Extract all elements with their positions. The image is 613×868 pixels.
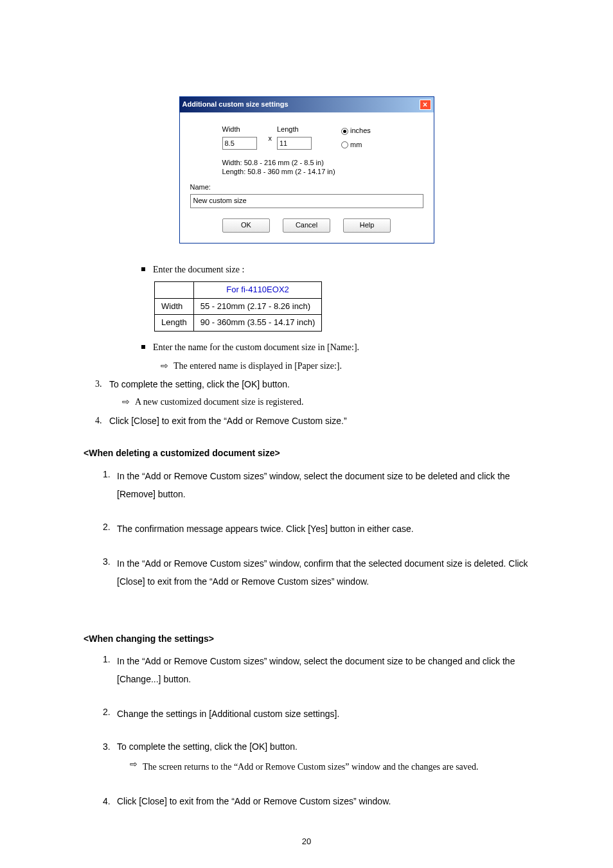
length-label: Length xyxy=(277,124,312,136)
table-row-label: Length xyxy=(155,315,194,332)
step-3-result-text: A new customized document size is regist… xyxy=(135,395,529,409)
unit-radios: inches mm xyxy=(341,125,371,153)
square-bullet-icon xyxy=(141,345,145,349)
change-step-3-result-text: The screen returns to the “Add or Remove… xyxy=(143,757,529,777)
step-number: 2. xyxy=(103,705,117,723)
dialog-body: Width 8.5 x Length 11 inches mm Width: 5… xyxy=(180,112,434,243)
range-length: Length: 50.8 - 360 mm (2 - 14.17 in) xyxy=(222,167,423,176)
radio-inches[interactable]: inches xyxy=(341,125,371,137)
ok-button[interactable]: OK xyxy=(222,218,270,233)
change-step-3-text: To complete the setting, click the [OK] … xyxy=(117,740,529,754)
body-content: Enter the document size : For fi-4110EOX… xyxy=(84,263,529,808)
cancel-button[interactable]: Cancel xyxy=(283,218,330,233)
table-empty-cell xyxy=(155,281,194,298)
range-width: Width: 50.8 - 216 mm (2 - 8.5 in) xyxy=(222,158,423,167)
change-step-2-text: Change the settings in [Additional custo… xyxy=(117,705,529,723)
arrow-name-result-text: The entered name is displayed in [Paper … xyxy=(173,359,529,373)
width-label: Width xyxy=(222,124,257,136)
step-3-result: ⇨ A new customized document size is regi… xyxy=(122,395,529,409)
delete-step-1: 1. In the “Add or Remove Custom sizes” w… xyxy=(103,467,529,503)
table-row: Width 55 - 210mm (2.17 - 8.26 inch) xyxy=(155,298,322,315)
change-step-2: 2. Change the settings in [Additional cu… xyxy=(103,705,529,723)
arrow-name-result: ⇨ The entered name is displayed in [Pape… xyxy=(161,359,529,373)
table-row: Length 90 - 360mm (3.55 - 14.17 inch) xyxy=(155,315,322,332)
name-input[interactable]: New custom size xyxy=(190,194,423,208)
dialog-screenshot: Additional custom size settings × Width … xyxy=(84,96,529,244)
help-button[interactable]: Help xyxy=(343,218,391,233)
close-icon-glyph: × xyxy=(423,102,427,108)
size-table: For fi-4110EOX2 Width 55 - 210mm (2.17 -… xyxy=(154,281,322,332)
change-step-4: 4. Click [Close] to exit from the “Add o… xyxy=(103,794,529,808)
length-input[interactable]: 11 xyxy=(277,137,312,150)
change-step-3: 3. To complete the setting, click the [O… xyxy=(103,740,529,754)
table-row-value: 55 - 210mm (2.17 - 8.26 inch) xyxy=(193,298,321,315)
width-column: Width 8.5 xyxy=(222,124,257,150)
step-number: 3. xyxy=(95,377,109,391)
dialog-buttons: OK Cancel Help xyxy=(190,218,423,233)
close-icon[interactable]: × xyxy=(420,100,431,110)
range-text: Width: 50.8 - 216 mm (2 - 8.5 in) Length… xyxy=(222,158,423,177)
name-label: Name: xyxy=(190,182,423,193)
delete-step-1-text: In the “Add or Remove Custom sizes” wind… xyxy=(117,467,529,503)
change-step-1: 1. In the “Add or Remove Custom sizes” w… xyxy=(103,652,529,688)
step-number: 4. xyxy=(103,794,117,808)
step-number: 4. xyxy=(95,414,109,428)
step-number: 1. xyxy=(103,652,117,688)
section-change-title: <When changing the settings> xyxy=(84,632,529,646)
step-number: 3. xyxy=(103,740,117,754)
square-bullet-icon xyxy=(141,267,145,271)
width-input[interactable]: 8.5 xyxy=(222,137,257,150)
step-3-text: To complete the setting, click the [OK] … xyxy=(109,377,529,391)
table-row-value: 90 - 360mm (3.55 - 14.17 inch) xyxy=(193,315,321,332)
table-header: For fi-4110EOX2 xyxy=(193,281,321,298)
arrow-icon: ⇨ xyxy=(130,757,143,777)
delete-step-2-text: The confirmation message appears twice. … xyxy=(117,520,529,538)
arrow-icon: ⇨ xyxy=(122,395,135,409)
step-3: 3. To complete the setting, click the [O… xyxy=(95,377,529,391)
radio-inches-label: inches xyxy=(350,127,371,134)
bullet-enter-size: Enter the document size : xyxy=(141,263,529,277)
bullet-enter-size-text: Enter the document size : xyxy=(153,263,529,277)
delete-step-3-text: In the “Add or Remove Custom sizes” wind… xyxy=(117,554,529,590)
dialog-titlebar: Additional custom size settings × xyxy=(180,97,434,112)
size-table-wrap: For fi-4110EOX2 Width 55 - 210mm (2.17 -… xyxy=(154,281,529,332)
dialog-title: Additional custom size settings xyxy=(182,99,289,111)
step-number: 3. xyxy=(103,554,117,590)
arrow-icon: ⇨ xyxy=(161,359,173,373)
change-step-3-result: ⇨ The screen returns to the “Add or Remo… xyxy=(130,757,529,777)
step-4-text: Click [Close] to exit from the “Add or R… xyxy=(109,414,529,428)
section-delete-title: <When deleting a customized document siz… xyxy=(84,446,529,460)
x-separator: x xyxy=(269,133,272,145)
step-number: 1. xyxy=(103,467,117,503)
page: Additional custom size settings × Width … xyxy=(0,0,613,868)
table-header-row: For fi-4110EOX2 xyxy=(155,281,322,298)
delete-step-3: 3. In the “Add or Remove Custom sizes” w… xyxy=(103,554,529,590)
bullet-enter-name: Enter the name for the custom document s… xyxy=(141,341,529,355)
dialog-window: Additional custom size settings × Width … xyxy=(179,96,434,244)
change-step-1-text: In the “Add or Remove Custom sizes” wind… xyxy=(117,652,529,688)
step-4: 4. Click [Close] to exit from the “Add o… xyxy=(95,414,529,428)
length-column: Length 11 xyxy=(277,124,312,150)
radio-mm-label: mm xyxy=(350,141,362,148)
dimension-row: Width 8.5 x Length 11 inches mm xyxy=(222,124,423,153)
table-row-label: Width xyxy=(155,298,194,315)
change-step-4-text: Click [Close] to exit from the “Add or R… xyxy=(117,794,529,808)
bullet-enter-name-text: Enter the name for the custom document s… xyxy=(153,341,529,355)
step-number: 2. xyxy=(103,520,117,538)
page-number: 20 xyxy=(0,835,613,849)
radio-mm[interactable]: mm xyxy=(341,139,371,151)
delete-step-2: 2. The confirmation message appears twic… xyxy=(103,520,529,538)
